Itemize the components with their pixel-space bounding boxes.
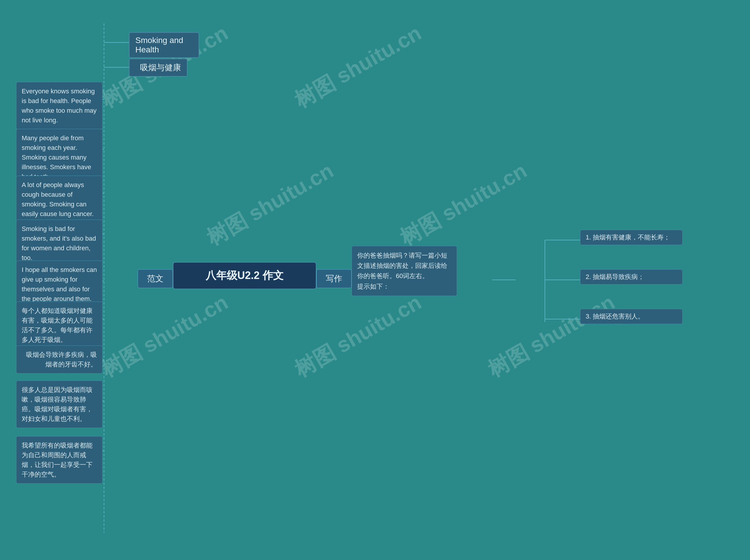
title-en-node: Smoking and Health [129,32,199,58]
hint-1: 1. 抽烟有害健康，不能长寿； [580,230,683,245]
en-para-2-text: Many people die from smoking each year. … [22,134,91,180]
watermark-7: 树图 shuitu.cn [483,288,619,383]
cn-para-4-text: 我希望所有的吸烟者都能为自己和周围的人而戒烟，让我们一起享受一下干净的空气。 [22,442,93,478]
xiezuo-label: 写作 [316,269,352,288]
en-para-1: Everyone knows smoking is bad for health… [16,82,102,129]
cn-para-4: 我希望所有的吸烟者都能为自己和周围的人而戒烟，让我们一起享受一下干净的空气。 [16,436,102,483]
watermark-6: 树图 shuitu.cn [290,288,426,383]
en-para-1-text: Everyone knows smoking is bad for health… [22,87,97,124]
hint-3: 3. 抽烟还危害别人。 [580,309,683,324]
hint-1-text: 1. 抽烟有害健康，不能长寿； [586,234,670,241]
title-en-text: Smoking and Health [135,36,183,54]
cn-para-2-text: 吸烟会导致许多疾病，吸烟者的牙齿不好。 [26,351,97,368]
xiezuo-text: 写作 [326,274,342,283]
en-para-3: A lot of people always cough because of … [16,175,102,223]
watermark-2: 树图 shuitu.cn [290,19,426,114]
fanwen-text: 范文 [147,274,163,283]
en-para-4: Smoking is bad for smokers, and it's als… [16,220,102,267]
en-para-3-text: A lot of people always cough because of … [22,181,94,217]
title-cn-text: 吸烟与健康 [140,63,181,72]
hint-2-text: 2. 抽烟易导致疾病； [586,273,644,281]
prompt-node: 你的爸爸抽烟吗？请写一篇小短文描述抽烟的害处，回家后读给你的爸爸听。60词左右。… [352,246,457,296]
watermark-4: 树图 shuitu.cn [395,157,532,252]
main-node: 八年级U2.2 作文 [173,262,316,289]
hint-3-text: 3. 抽烟还危害别人。 [586,313,644,320]
main-node-text: 八年级U2.2 作文 [206,269,283,281]
cn-para-1-text: 每个人都知道吸烟对健康有害，吸烟太多的人可能活不了多久。每年都有许多人死于吸烟。 [22,307,93,344]
watermark-3: 树图 shuitu.cn [201,157,338,252]
cn-para-2: 吸烟会导致许多疾病，吸烟者的牙齿不好。 [16,346,102,374]
watermark-5: 树图 shuitu.cn [96,288,233,383]
cn-para-3: 很多人总是因为吸烟而咳嗽，吸烟很容易导致肺癌。吸烟对吸烟者有害，对妇女和儿童也不… [16,380,102,428]
fanwen-label: 范文 [138,269,173,288]
prompt-text: 你的爸爸抽烟吗？请写一篇小短文描述抽烟的害处，回家后读给你的爸爸听。60词左右。… [357,252,447,290]
cn-para-3-text: 很多人总是因为吸烟而咳嗽，吸烟很容易导致肺癌。吸烟对吸烟者有害，对妇女和儿童也不… [22,386,93,422]
hint-2: 2. 抽烟易导致疾病； [580,269,683,285]
en-para-4-text: Smoking is bad for smokers, and it's als… [22,225,96,262]
title-cn-node: 吸烟与健康 [129,59,188,77]
cn-para-1: 每个人都知道吸烟对健康有害，吸烟太多的人可能活不了多久。每年都有许多人死于吸烟。 [16,302,102,349]
